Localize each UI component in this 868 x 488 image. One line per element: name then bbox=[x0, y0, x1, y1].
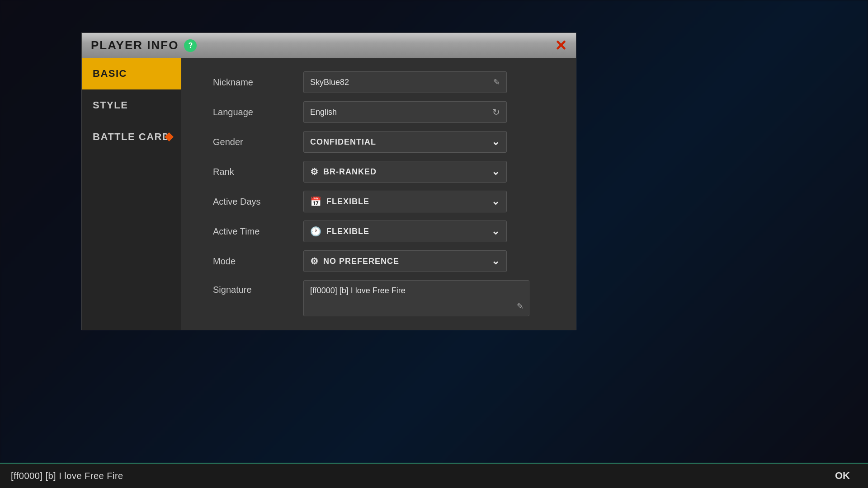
sidebar-item-battle-card-label: BATTLE CARD bbox=[93, 131, 170, 142]
mode-row: Mode ⚙ NO PREFERENCE ⌄ bbox=[213, 250, 553, 272]
active-time-icon: 🕐 bbox=[310, 226, 322, 237]
signature-row: Signature [ff0000] [b] I love Free Fire … bbox=[213, 280, 553, 316]
rank-chevron-icon: ⌄ bbox=[491, 166, 500, 178]
rank-dropdown-left: ⚙ BR-RANKED bbox=[310, 166, 377, 177]
signature-edit-icon[interactable]: ✎ bbox=[517, 301, 524, 311]
active-days-icon: 📅 bbox=[310, 196, 322, 207]
gender-row: Gender CONFIDENTIAL ⌄ bbox=[213, 131, 553, 153]
sidebar-item-style-label: STYLE bbox=[93, 99, 128, 111]
dialog-title: PLAYER INFO bbox=[91, 38, 179, 52]
sidebar: BASIC STYLE BATTLE CARD bbox=[82, 58, 181, 330]
signature-field-wrapper: [ff0000] [b] I love Free Fire ✎ bbox=[303, 280, 529, 316]
help-icon[interactable]: ? bbox=[184, 39, 197, 52]
active-days-dropdown-left: 📅 FLEXIBLE bbox=[310, 196, 369, 207]
nickname-input[interactable]: SkyBlue82 ✎ bbox=[303, 71, 507, 93]
dialog-header: PLAYER INFO ? ✕ bbox=[82, 33, 576, 58]
mode-dropdown[interactable]: ⚙ NO PREFERENCE ⌄ bbox=[303, 250, 507, 272]
active-time-dropdown[interactable]: 🕐 FLEXIBLE ⌄ bbox=[303, 221, 507, 242]
nickname-row: Nickname SkyBlue82 ✎ bbox=[213, 71, 553, 93]
rank-label: Rank bbox=[213, 167, 303, 177]
active-time-label: Active Time bbox=[213, 226, 303, 237]
active-days-value: FLEXIBLE bbox=[326, 197, 369, 206]
signature-label: Signature bbox=[213, 280, 303, 295]
mode-label: Mode bbox=[213, 256, 303, 267]
gender-dropdown[interactable]: CONFIDENTIAL ⌄ bbox=[303, 131, 507, 153]
active-time-field: 🕐 FLEXIBLE ⌄ bbox=[303, 221, 507, 242]
nickname-label: Nickname bbox=[213, 77, 303, 88]
mode-value: NO PREFERENCE bbox=[323, 257, 399, 266]
signature-textarea[interactable]: [ff0000] [b] I love Free Fire ✎ bbox=[303, 280, 529, 316]
bottom-bar-text: [ff0000] [b] I love Free Fire bbox=[11, 471, 123, 481]
language-field: English ↻ bbox=[303, 101, 507, 123]
mode-icon: ⚙ bbox=[310, 256, 319, 267]
language-label: Language bbox=[213, 107, 303, 117]
nickname-value: SkyBlue82 bbox=[310, 78, 349, 87]
dialog-body: BASIC STYLE BATTLE CARD Nickname SkyBlue… bbox=[82, 58, 576, 330]
active-time-chevron-icon: ⌄ bbox=[491, 225, 500, 237]
active-days-label: Active Days bbox=[213, 197, 303, 207]
mode-chevron-icon: ⌄ bbox=[491, 255, 500, 267]
language-refresh-icon[interactable]: ↻ bbox=[492, 107, 500, 117]
content-area: Nickname SkyBlue82 ✎ Language English ↻ bbox=[181, 58, 576, 330]
sidebar-item-style[interactable]: STYLE bbox=[82, 89, 181, 121]
gender-field: CONFIDENTIAL ⌄ bbox=[303, 131, 507, 153]
nickname-edit-icon[interactable]: ✎ bbox=[493, 77, 500, 87]
language-row: Language English ↻ bbox=[213, 101, 553, 123]
gender-label: Gender bbox=[213, 137, 303, 147]
active-time-dropdown-left: 🕐 FLEXIBLE bbox=[310, 226, 369, 237]
ok-button[interactable]: OK bbox=[828, 468, 857, 483]
dialog-title-area: PLAYER INFO ? bbox=[91, 38, 197, 52]
language-value: English bbox=[310, 108, 337, 117]
active-days-dropdown[interactable]: 📅 FLEXIBLE ⌄ bbox=[303, 191, 507, 212]
signature-value: [ff0000] [b] I love Free Fire bbox=[310, 286, 406, 295]
active-days-field: 📅 FLEXIBLE ⌄ bbox=[303, 191, 507, 212]
sidebar-item-basic[interactable]: BASIC bbox=[82, 58, 181, 89]
bottom-bar: [ff0000] [b] I love Free Fire OK bbox=[0, 463, 868, 488]
player-info-dialog: PLAYER INFO ? ✕ BASIC STYLE BATTLE CARD … bbox=[81, 33, 576, 330]
nickname-field: SkyBlue82 ✎ bbox=[303, 71, 507, 93]
language-input[interactable]: English ↻ bbox=[303, 101, 507, 123]
rank-row: Rank ⚙ BR-RANKED ⌄ bbox=[213, 161, 553, 183]
active-days-chevron-icon: ⌄ bbox=[491, 196, 500, 207]
rank-field: ⚙ BR-RANKED ⌄ bbox=[303, 161, 507, 183]
mode-dropdown-left: ⚙ NO PREFERENCE bbox=[310, 256, 399, 267]
active-days-row: Active Days 📅 FLEXIBLE ⌄ bbox=[213, 191, 553, 212]
gender-value: CONFIDENTIAL bbox=[310, 137, 376, 147]
active-time-row: Active Time 🕐 FLEXIBLE ⌄ bbox=[213, 221, 553, 242]
rank-dropdown[interactable]: ⚙ BR-RANKED ⌄ bbox=[303, 161, 507, 183]
close-button[interactable]: ✕ bbox=[555, 38, 567, 53]
mode-field: ⚙ NO PREFERENCE ⌄ bbox=[303, 250, 507, 272]
sidebar-item-basic-label: BASIC bbox=[93, 68, 127, 79]
gender-chevron-icon: ⌄ bbox=[491, 136, 500, 148]
rank-value: BR-RANKED bbox=[323, 167, 377, 177]
rank-icon: ⚙ bbox=[310, 166, 319, 177]
active-time-value: FLEXIBLE bbox=[326, 227, 369, 236]
sidebar-item-battle-card[interactable]: BATTLE CARD bbox=[82, 121, 181, 153]
